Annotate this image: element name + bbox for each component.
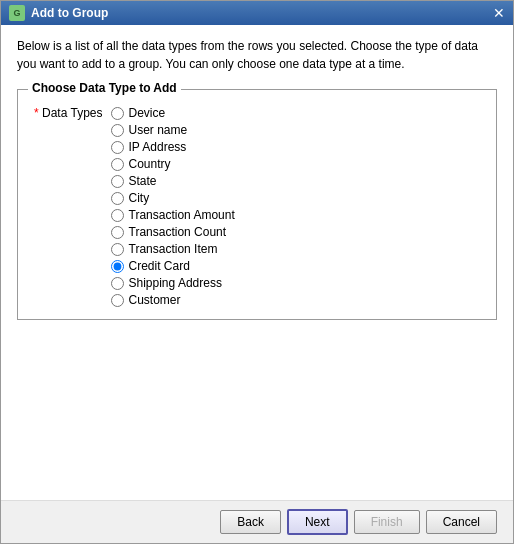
radio-item-opt_txcount[interactable]: Transaction Count — [111, 225, 235, 239]
radio-item-opt_txamount[interactable]: Transaction Amount — [111, 208, 235, 222]
next-button[interactable]: Next — [287, 509, 348, 535]
data-types-label: Data Types — [42, 105, 102, 120]
window-icon: G — [9, 5, 25, 21]
window-title: Add to Group — [31, 6, 487, 20]
radio-input-opt_txamount[interactable] — [111, 209, 124, 222]
radio-input-opt_device[interactable] — [111, 107, 124, 120]
radio-label-opt_state[interactable]: State — [129, 174, 157, 188]
radio-label-opt_txamount[interactable]: Transaction Amount — [129, 208, 235, 222]
radio-input-opt_city[interactable] — [111, 192, 124, 205]
radio-label-opt_city[interactable]: City — [129, 191, 150, 205]
radio-label-opt_username[interactable]: User name — [129, 123, 188, 137]
footer: Back Next Finish Cancel — [1, 500, 513, 543]
data-types-row: * Data Types DeviceUser nameIP AddressCo… — [34, 106, 480, 307]
radio-item-opt_customer[interactable]: Customer — [111, 293, 235, 307]
radio-item-opt_ipaddress[interactable]: IP Address — [111, 140, 235, 154]
radio-label-opt_country[interactable]: Country — [129, 157, 171, 171]
radio-item-opt_device[interactable]: Device — [111, 106, 235, 120]
add-to-group-window: G Add to Group ✕ Below is a list of all … — [0, 0, 514, 544]
title-bar: G Add to Group ✕ — [1, 1, 513, 25]
main-content: Below is a list of all the data types fr… — [1, 25, 513, 500]
radio-input-opt_txcount[interactable] — [111, 226, 124, 239]
radio-list: DeviceUser nameIP AddressCountryStateCit… — [111, 106, 235, 307]
radio-input-opt_txitem[interactable] — [111, 243, 124, 256]
radio-item-opt_country[interactable]: Country — [111, 157, 235, 171]
group-box-title: Choose Data Type to Add — [28, 81, 181, 95]
finish-button[interactable]: Finish — [354, 510, 420, 534]
radio-item-opt_username[interactable]: User name — [111, 123, 235, 137]
radio-label-opt_creditcard[interactable]: Credit Card — [129, 259, 190, 273]
description-text: Below is a list of all the data types fr… — [17, 37, 497, 73]
radio-label-opt_device[interactable]: Device — [129, 106, 166, 120]
radio-item-opt_state[interactable]: State — [111, 174, 235, 188]
radio-input-opt_username[interactable] — [111, 124, 124, 137]
radio-item-opt_city[interactable]: City — [111, 191, 235, 205]
radio-item-opt_creditcard[interactable]: Credit Card — [111, 259, 235, 273]
radio-input-opt_creditcard[interactable] — [111, 260, 124, 273]
cancel-button[interactable]: Cancel — [426, 510, 497, 534]
radio-input-opt_state[interactable] — [111, 175, 124, 188]
radio-input-opt_shipping[interactable] — [111, 277, 124, 290]
radio-label-opt_shipping[interactable]: Shipping Address — [129, 276, 222, 290]
radio-label-opt_txitem[interactable]: Transaction Item — [129, 242, 218, 256]
field-label: * Data Types — [34, 106, 103, 120]
radio-label-opt_customer[interactable]: Customer — [129, 293, 181, 307]
radio-label-opt_txcount[interactable]: Transaction Count — [129, 225, 227, 239]
group-box: Choose Data Type to Add * Data Types Dev… — [17, 89, 497, 320]
required-marker: * — [34, 106, 42, 120]
radio-item-opt_shipping[interactable]: Shipping Address — [111, 276, 235, 290]
radio-label-opt_ipaddress[interactable]: IP Address — [129, 140, 187, 154]
radio-input-opt_country[interactable] — [111, 158, 124, 171]
radio-input-opt_ipaddress[interactable] — [111, 141, 124, 154]
radio-item-opt_txitem[interactable]: Transaction Item — [111, 242, 235, 256]
back-button[interactable]: Back — [220, 510, 281, 534]
close-button[interactable]: ✕ — [493, 6, 505, 20]
radio-input-opt_customer[interactable] — [111, 294, 124, 307]
